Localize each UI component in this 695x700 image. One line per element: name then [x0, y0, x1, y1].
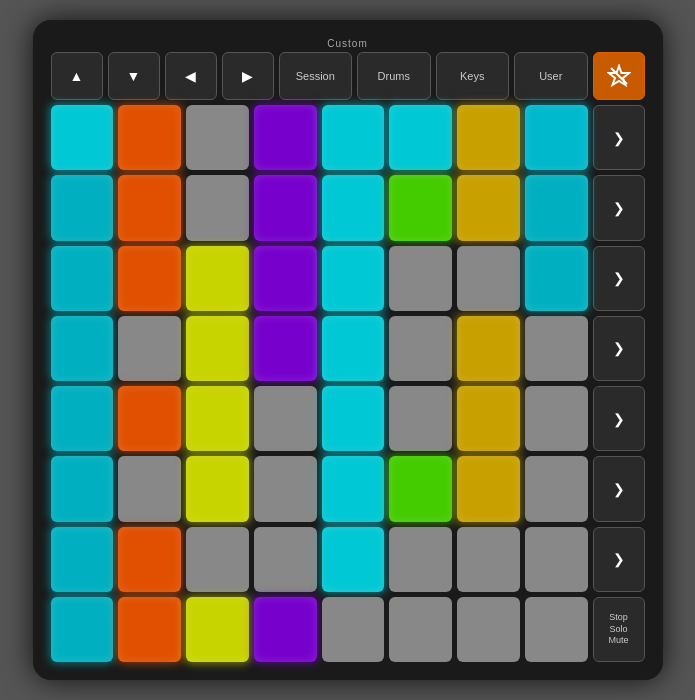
- pad-3-7[interactable]: [525, 316, 588, 381]
- pad-4-1[interactable]: [118, 386, 181, 451]
- pad-0-5[interactable]: [389, 105, 452, 170]
- pad-5-4[interactable]: [322, 456, 385, 521]
- side-button-2[interactable]: ❯: [593, 175, 645, 240]
- pad-2-0[interactable]: [51, 246, 114, 311]
- pad-2-7[interactable]: [525, 246, 588, 311]
- pad-0-1[interactable]: [118, 105, 181, 170]
- nav-down-button[interactable]: ▼: [108, 52, 160, 100]
- pad-0-7[interactable]: [525, 105, 588, 170]
- pad-7-5[interactable]: [389, 597, 452, 662]
- pad-3-4[interactable]: [322, 316, 385, 381]
- pad-5-2[interactable]: [186, 456, 249, 521]
- pad-6-0[interactable]: [51, 527, 114, 592]
- pad-7-0[interactable]: [51, 597, 114, 662]
- pad-3-6[interactable]: [457, 316, 520, 381]
- pad-7-4[interactable]: [322, 597, 385, 662]
- pad-5-0[interactable]: [51, 456, 114, 521]
- pad-5-7[interactable]: [525, 456, 588, 521]
- side-button-5[interactable]: ❯: [593, 386, 645, 451]
- pad-4-4[interactable]: [322, 386, 385, 451]
- pad-3-0[interactable]: [51, 316, 114, 381]
- pad-3-3[interactable]: [254, 316, 317, 381]
- stop-solo-mute-button[interactable]: StopSoloMute: [593, 597, 645, 662]
- pad-5-6[interactable]: [457, 456, 520, 521]
- pad-6-1[interactable]: [118, 527, 181, 592]
- custom-button[interactable]: [593, 52, 645, 100]
- pad-4-5[interactable]: [389, 386, 452, 451]
- launchpad-device: Custom ▲ ▼ ◀ ▶ Session Drums Keys User ❯…: [33, 20, 663, 680]
- pad-0-6[interactable]: [457, 105, 520, 170]
- pad-6-7[interactable]: [525, 527, 588, 592]
- mode-user-button[interactable]: User: [514, 52, 588, 100]
- pad-4-6[interactable]: [457, 386, 520, 451]
- pad-7-7[interactable]: [525, 597, 588, 662]
- pad-2-3[interactable]: [254, 246, 317, 311]
- pad-1-2[interactable]: [186, 175, 249, 240]
- custom-icon: [607, 64, 631, 88]
- pad-1-5[interactable]: [389, 175, 452, 240]
- pad-3-1[interactable]: [118, 316, 181, 381]
- pad-7-1[interactable]: [118, 597, 181, 662]
- pad-6-4[interactable]: [322, 527, 385, 592]
- side-button-1[interactable]: ❯: [593, 105, 645, 170]
- mode-session-button[interactable]: Session: [279, 52, 353, 100]
- pad-7-6[interactable]: [457, 597, 520, 662]
- pad-5-5[interactable]: [389, 456, 452, 521]
- pad-3-5[interactable]: [389, 316, 452, 381]
- pad-2-5[interactable]: [389, 246, 452, 311]
- pad-6-6[interactable]: [457, 527, 520, 592]
- pad-1-0[interactable]: [51, 175, 114, 240]
- pad-6-5[interactable]: [389, 527, 452, 592]
- pad-2-2[interactable]: [186, 246, 249, 311]
- pad-4-3[interactable]: [254, 386, 317, 451]
- pad-1-6[interactable]: [457, 175, 520, 240]
- pad-4-2[interactable]: [186, 386, 249, 451]
- pad-1-1[interactable]: [118, 175, 181, 240]
- nav-right-button[interactable]: ▶: [222, 52, 274, 100]
- mode-keys-button[interactable]: Keys: [436, 52, 510, 100]
- pad-0-2[interactable]: [186, 105, 249, 170]
- pad-3-2[interactable]: [186, 316, 249, 381]
- pad-5-3[interactable]: [254, 456, 317, 521]
- nav-left-button[interactable]: ◀: [165, 52, 217, 100]
- side-button-6[interactable]: ❯: [593, 456, 645, 521]
- pad-0-4[interactable]: [322, 105, 385, 170]
- pad-4-0[interactable]: [51, 386, 114, 451]
- pad-6-2[interactable]: [186, 527, 249, 592]
- pad-7-3[interactable]: [254, 597, 317, 662]
- custom-label: Custom: [51, 38, 645, 49]
- pad-2-1[interactable]: [118, 246, 181, 311]
- side-button-4[interactable]: ❯: [593, 316, 645, 381]
- pad-5-1[interactable]: [118, 456, 181, 521]
- nav-up-button[interactable]: ▲: [51, 52, 103, 100]
- pad-0-3[interactable]: [254, 105, 317, 170]
- pad-6-3[interactable]: [254, 527, 317, 592]
- pad-grid: [51, 105, 588, 662]
- main-area: ❯ ❯ ❯ ❯ ❯ ❯ ❯ StopSoloMute: [51, 105, 645, 662]
- pad-2-4[interactable]: [322, 246, 385, 311]
- side-button-7[interactable]: ❯: [593, 527, 645, 592]
- side-button-3[interactable]: ❯: [593, 246, 645, 311]
- pad-4-7[interactable]: [525, 386, 588, 451]
- pad-1-7[interactable]: [525, 175, 588, 240]
- pad-1-4[interactable]: [322, 175, 385, 240]
- mode-drums-button[interactable]: Drums: [357, 52, 431, 100]
- side-buttons: ❯ ❯ ❯ ❯ ❯ ❯ ❯ StopSoloMute: [593, 105, 645, 662]
- pad-0-0[interactable]: [51, 105, 114, 170]
- pad-7-2[interactable]: [186, 597, 249, 662]
- pad-2-6[interactable]: [457, 246, 520, 311]
- top-row: ▲ ▼ ◀ ▶ Session Drums Keys User: [51, 52, 645, 100]
- pad-1-3[interactable]: [254, 175, 317, 240]
